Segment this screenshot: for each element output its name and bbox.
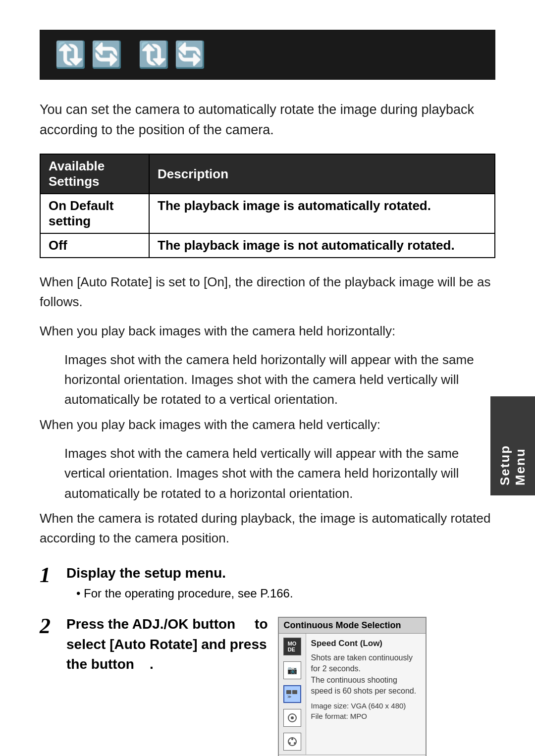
step-2-text: Press the ADJ./OK button to select [Auto… [66, 614, 268, 675]
settings-table: Available Settings Description On Defaul… [40, 154, 495, 258]
body-para-2: When you play back images with the camer… [40, 321, 495, 341]
panel-icon-5 [283, 733, 301, 751]
header-rotation-icons: 🔃🔄 🔃🔄 [54, 40, 210, 70]
svg-point-4 [291, 716, 294, 719]
panel-icon-4 [283, 709, 301, 727]
svg-point-7 [289, 742, 291, 744]
body-para-5: Images shot with the camera held vertica… [40, 443, 495, 503]
svg-rect-0 [286, 690, 291, 694]
step-1-subnote: For the operating procedure, see P.166. [66, 585, 495, 602]
panel-body: MODE 📷 ≫ [279, 634, 426, 755]
body-para-1: When [Auto Rotate] is set to [On], the d… [40, 272, 495, 312]
step-1-content: Display the setup menu. For the operatin… [66, 563, 495, 602]
step-1: 1 Display the setup menu. For the operat… [40, 563, 495, 602]
svg-text:≫: ≫ [287, 695, 291, 699]
panel-description: Speed Cont (Low) Shots are taken continu… [306, 634, 426, 755]
step-1-number: 1 [40, 563, 57, 587]
camera-panel: Continuous Mode Selection MODE 📷 ≫ [278, 617, 427, 756]
body-para-3: Images shot with the camera held horizon… [40, 350, 495, 410]
body-para-6: When the camera is rotated during playba… [40, 508, 495, 548]
steps-section: 1 Display the setup menu. For the operat… [40, 563, 495, 756]
panel-icons-column: MODE 📷 ≫ [279, 634, 306, 755]
table-header-settings: Available Settings [40, 154, 149, 194]
panel-desc-text: Shots are taken continuously for 2 secon… [311, 652, 421, 697]
table-row: Off The playback image is not automatica… [40, 233, 495, 258]
step-1-text: Display the setup menu. [66, 565, 226, 581]
step-2-container: Press the ADJ./OK button to select [Auto… [66, 614, 427, 756]
table-row: On Default setting The playback image is… [40, 194, 495, 233]
table-cell-desc-off: The playback image is not automatically … [149, 233, 495, 258]
body-para-4: When you play back images with the camer… [40, 415, 495, 434]
panel-title: Continuous Mode Selection [279, 618, 426, 634]
svg-point-8 [294, 742, 296, 744]
panel-icon-camera: 📷 [283, 661, 301, 679]
sidebar-label: Setup Menu [490, 396, 535, 495]
step-2-number: 2 [40, 614, 57, 638]
panel-image-info: Image size: VGA (640 x 480)File format: … [311, 701, 421, 721]
table-cell-desc-on: The playback image is automatically rota… [149, 194, 495, 233]
table-cell-setting-off: Off [40, 233, 149, 258]
panel-icon-speed-cont: ≫ [283, 685, 301, 703]
svg-rect-1 [292, 690, 297, 694]
table-cell-setting-on: On Default setting [40, 194, 149, 233]
panel-icon-mo: MODE [283, 638, 301, 655]
step-2: 2 Press the ADJ./OK button to select [Au… [40, 614, 495, 756]
intro-text: You can set the camera to automatically … [40, 100, 495, 140]
panel-desc-title: Speed Cont (Low) [311, 638, 421, 649]
svg-point-6 [291, 738, 293, 740]
header-banner: 🔃🔄 🔃🔄 [40, 30, 495, 80]
table-header-description: Description [149, 154, 495, 194]
